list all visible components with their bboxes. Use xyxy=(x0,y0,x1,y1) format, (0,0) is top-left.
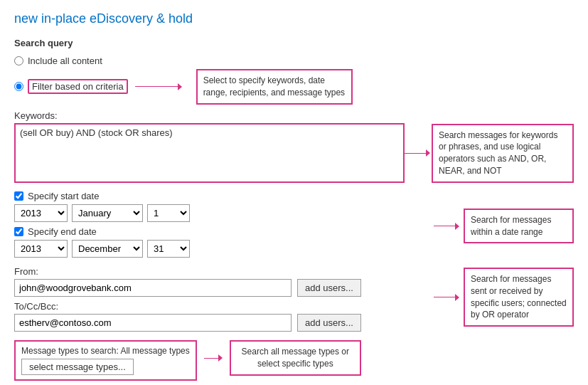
end-year-select[interactable]: 2013 20102011201220142015 xyxy=(14,240,68,258)
date-range-callout: Search for messages within a date range xyxy=(464,209,574,244)
select-message-types-button[interactable]: select message types... xyxy=(21,359,134,375)
section-label: Search query xyxy=(14,38,574,48)
filter-callout: Select to specify keywords, date range, … xyxy=(196,69,353,105)
keywords-input[interactable] xyxy=(16,125,403,181)
start-month-select[interactable]: January FebruaryMarchAprilMayJune JulyAu… xyxy=(72,204,143,222)
end-date-selects: 2013 20102011201220142015 December Janua… xyxy=(14,240,429,258)
to-cc-bcc-label: To/Cc/Bcc: xyxy=(14,301,429,312)
from-to-section: From: add users... To/Cc/Bcc: add users.… xyxy=(14,262,429,333)
include-all-row: Include all content xyxy=(14,56,574,66)
start-date-selects: 2013 20102011201220142015 January Februa… xyxy=(14,204,429,222)
page-title: new in-place eDiscovery & hold xyxy=(14,11,574,26)
message-types-label: Message types to search: All message typ… xyxy=(21,346,190,356)
from-add-users-button[interactable]: add users... xyxy=(297,279,361,297)
from-label: From: xyxy=(14,266,429,277)
message-types-callout: Search all message types or select speci… xyxy=(230,340,361,376)
end-date-label[interactable]: Specify end date xyxy=(28,226,97,237)
keywords-callout: Search messages for keywords or phrases,… xyxy=(432,124,574,183)
end-date-row: Specify end date xyxy=(14,226,429,237)
filter-criteria-radio[interactable] xyxy=(14,82,23,91)
filter-criteria-box: Filter based on criteria xyxy=(28,79,128,94)
to-cc-bcc-row: add users... xyxy=(14,314,429,332)
keywords-label: Keywords: xyxy=(14,110,574,121)
start-date-label[interactable]: Specify start date xyxy=(28,191,99,201)
dates-section: Specify start date 2013 2010201120122014… xyxy=(14,191,429,262)
radio-group: Include all content Filter based on crit… xyxy=(14,56,574,105)
from-row: add users... xyxy=(14,279,429,297)
include-all-label[interactable]: Include all content xyxy=(28,56,102,66)
filter-criteria-label[interactable]: Filter based on criteria xyxy=(32,81,124,92)
include-all-radio[interactable] xyxy=(14,56,23,65)
start-date-row: Specify start date xyxy=(14,191,429,201)
keywords-section: Keywords: Search messages for keywords o… xyxy=(14,110,574,184)
from-to-callout: Search for messages sent or received by … xyxy=(464,268,574,327)
from-input[interactable] xyxy=(14,279,292,297)
to-cc-bcc-add-users-button[interactable]: add users... xyxy=(297,314,361,332)
to-cc-bcc-input[interactable] xyxy=(14,314,292,332)
end-month-select[interactable]: December JanuaryFebruaryMarchAprilMayJun… xyxy=(72,240,143,258)
start-year-select[interactable]: 2013 20102011201220142015 xyxy=(14,204,68,222)
message-types-box: Message types to search: All message typ… xyxy=(14,340,197,381)
end-day-select[interactable]: 31 123456 789101112 131415161718 1920212… xyxy=(147,240,190,258)
filter-criteria-row: Filter based on criteria xyxy=(14,79,128,94)
end-date-checkbox[interactable] xyxy=(14,227,23,236)
start-date-checkbox[interactable] xyxy=(14,191,23,201)
start-day-select[interactable]: 1 234567 8910111213 141516171819 2021222… xyxy=(147,204,190,222)
